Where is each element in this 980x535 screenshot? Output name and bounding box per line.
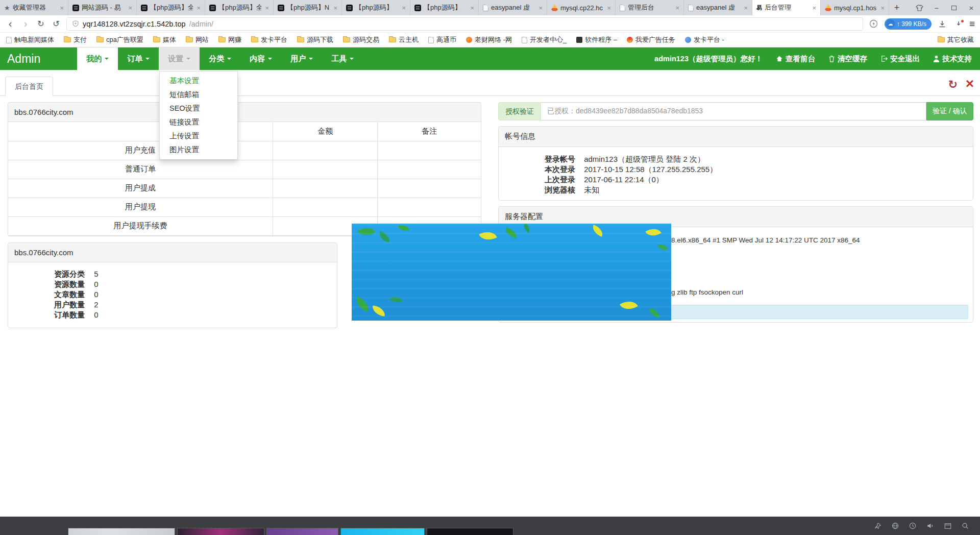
browser-tab[interactable]: 管理后台 ×	[616, 0, 684, 15]
bookmark-item[interactable]: 支付	[64, 35, 87, 44]
window-maximize-button[interactable]	[945, 0, 963, 15]
bookmark-item[interactable]: 软件程序 –	[576, 35, 617, 44]
bookmark-item[interactable]: 源码下载	[297, 35, 333, 44]
brand-logo[interactable]: Admin	[0, 47, 47, 70]
browser-skin-icon[interactable]	[911, 0, 928, 15]
browser-tab[interactable]: mysql.cp1.hos ×	[821, 0, 889, 15]
tab-close-icon[interactable]: ×	[401, 4, 407, 12]
browser-tab[interactable]: 【php源码】全 ×	[205, 0, 274, 15]
verify-confirm-button[interactable]: 验证 / 确认	[926, 102, 973, 120]
bookmark-item[interactable]: 网站	[186, 35, 209, 44]
dropdown-menu-item[interactable]: 链接设置	[160, 115, 237, 129]
dropdown-menu-item[interactable]: 基本设置	[160, 74, 237, 88]
bookmark-item[interactable]: 发卡平台 -	[685, 35, 724, 44]
cloud-speed-badge[interactable]: ☁ ↑ 399 KB/s	[885, 18, 932, 30]
tab-close-icon[interactable]: ×	[537, 4, 544, 12]
bookmark-item[interactable]: 源码交易	[343, 35, 379, 44]
new-tab-button[interactable]: +	[889, 0, 904, 15]
navbar-menu-item[interactable]: 内容	[240, 47, 281, 70]
browser-tab[interactable]: 【php源码】N ×	[274, 0, 342, 15]
navbar-menu-item[interactable]: 用户	[281, 47, 322, 70]
bookmark-item[interactable]: 网赚	[218, 35, 241, 44]
bookmark-icon	[466, 37, 472, 43]
tab-close-icon[interactable]: ×	[59, 4, 65, 12]
browser-menu-icon[interactable]: ≡	[969, 18, 975, 30]
dropdown-menu-item[interactable]: 上传设置	[160, 129, 237, 143]
dropdown-menu-item[interactable]: 短信邮箱	[160, 88, 237, 102]
view-site-link[interactable]: 查看前台	[776, 54, 815, 64]
globe-icon[interactable]	[892, 522, 899, 529]
browser-tab[interactable]: 后台管理 ×	[752, 0, 821, 15]
logout-link[interactable]: 安全退出	[880, 54, 920, 64]
bookmark-icon	[576, 37, 582, 43]
search-icon[interactable]	[962, 522, 969, 529]
taskbar-thumbnail[interactable]	[68, 528, 175, 535]
accelerator-icon[interactable]	[868, 19, 879, 28]
undo-button[interactable]: ↺	[51, 19, 61, 29]
bookmark-item[interactable]: 我爱广告任务	[627, 35, 675, 44]
clear-cache-link[interactable]: 清空缓存	[828, 54, 867, 64]
browser-tab[interactable]: easypanel 虚 ×	[684, 0, 752, 15]
navbar-menu-item[interactable]: 设置	[159, 47, 200, 70]
account-row-label: 上次登录	[499, 175, 575, 185]
refresh-button[interactable]: ↻	[36, 19, 46, 29]
tab-close-icon[interactable]: ×	[332, 4, 338, 12]
taskbar-thumbnail[interactable]	[177, 528, 264, 535]
taskbar-thumbnail[interactable]	[340, 528, 425, 535]
auth-code-input[interactable]	[541, 102, 926, 120]
browser-tab[interactable]: 【php源码】全 ×	[137, 0, 205, 15]
tab-close-icon[interactable]: ×	[195, 4, 202, 12]
dropdown-menu-item[interactable]: SEO设置	[160, 102, 237, 115]
page-refresh-icon[interactable]: ↻	[948, 78, 958, 91]
bookmark-icon	[343, 37, 350, 42]
tab-close-icon[interactable]: ×	[264, 4, 270, 12]
taskbar-thumbnail[interactable]	[427, 528, 513, 535]
bookmark-item[interactable]: cpa广告联盟	[96, 35, 143, 44]
browser-tab[interactable]: 【php源码】 ×	[410, 0, 479, 15]
browser-tab[interactable]: easypanel 虚 ×	[479, 0, 547, 15]
tab-close-icon[interactable]: ×	[606, 4, 612, 12]
navbar-menu-item[interactable]: 工具	[322, 47, 363, 70]
bookmark-item[interactable]: 开发者中心_	[522, 35, 567, 44]
page-close-icon[interactable]: ×	[966, 77, 974, 91]
navbar-menu-item[interactable]: 我的	[77, 47, 118, 70]
account-row-label: 本次登录	[499, 164, 575, 175]
browser-tab[interactable]: mysql.cp22.hc ×	[547, 0, 616, 15]
taskbar-thumbnail[interactable]	[266, 528, 338, 535]
bookmark-item[interactable]: 触电新闻媒体	[6, 35, 54, 44]
bookmark-item[interactable]: 高通币	[428, 35, 456, 44]
history-clock-icon[interactable]	[909, 522, 916, 529]
window-icon[interactable]	[944, 523, 951, 529]
browser-tab[interactable]: 收藏管理器 ×	[0, 0, 68, 15]
address-bar[interactable]: yqr148128.vt2zsqjr.c1.542b.top/admin/	[66, 17, 863, 31]
navbar-menu-item[interactable]: 分类	[200, 47, 240, 70]
browser-tab[interactable]: 网站源码 - 易 ×	[68, 0, 137, 15]
forward-button[interactable]: ›	[20, 18, 31, 30]
tab-close-icon[interactable]: ×	[674, 4, 680, 12]
speaker-icon[interactable]	[926, 522, 934, 529]
support-link[interactable]: 技术支持	[933, 54, 972, 64]
dropdown-menu-item[interactable]: 图片设置	[160, 143, 237, 157]
other-bookmarks[interactable]: 其它收藏	[938, 35, 974, 44]
tab-close-icon[interactable]: ×	[879, 4, 886, 12]
tab-close-icon[interactable]: ×	[469, 4, 475, 12]
navbar-menu-item[interactable]: 订单	[118, 47, 159, 70]
window-minimize-button[interactable]: −	[928, 0, 945, 15]
bookmark-item[interactable]: 云主机	[389, 35, 419, 44]
tab-close-icon[interactable]: ×	[743, 4, 749, 12]
download-manager-icon[interactable]	[953, 20, 964, 28]
license-auth-row: 授权验证 验证 / 确认	[498, 102, 973, 120]
bookmark-item[interactable]: 媒体	[153, 35, 176, 44]
download-icon[interactable]	[937, 20, 948, 28]
tab-close-icon[interactable]: ×	[127, 4, 133, 12]
window-close-button[interactable]: ×	[963, 0, 980, 15]
browser-tab[interactable]: 【php源码】 ×	[342, 0, 410, 15]
bookmark-item[interactable]: 发卡平台	[251, 35, 287, 44]
flash-ad-overlay[interactable]	[352, 224, 671, 321]
tab-dashboard[interactable]: 后台首页	[5, 77, 53, 96]
bookmark-item[interactable]: 老财网络 -网	[466, 35, 512, 44]
tab-favicon	[756, 4, 762, 12]
tab-close-icon[interactable]: ×	[811, 4, 817, 12]
pin-icon[interactable]	[874, 522, 881, 529]
back-button[interactable]: ‹	[5, 18, 15, 30]
